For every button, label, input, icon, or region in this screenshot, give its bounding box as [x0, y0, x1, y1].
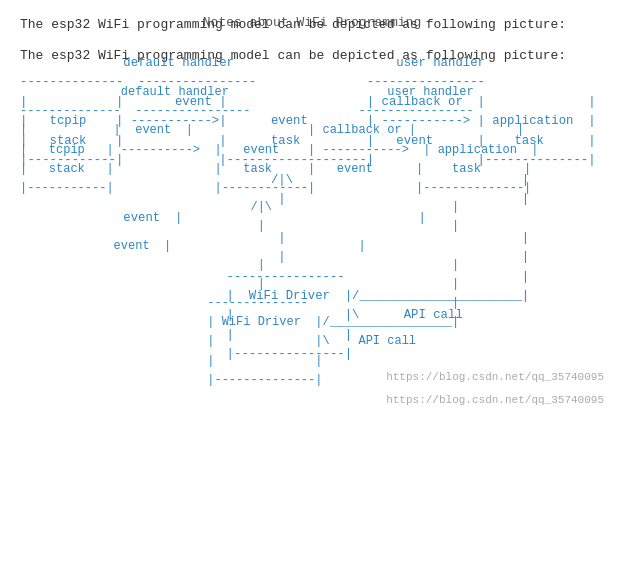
diagram-visual: default handler user handler -----------… [20, 83, 604, 390]
ascii-diagram: default handler user handler -----------… [20, 83, 604, 390]
main-title: Notes about WiFi Programming [20, 0, 604, 1]
main-intro: The esp32 WiFi programming model can be … [20, 17, 604, 32]
watermark: https://blog.csdn.net/qq_35740095 [20, 394, 604, 406]
